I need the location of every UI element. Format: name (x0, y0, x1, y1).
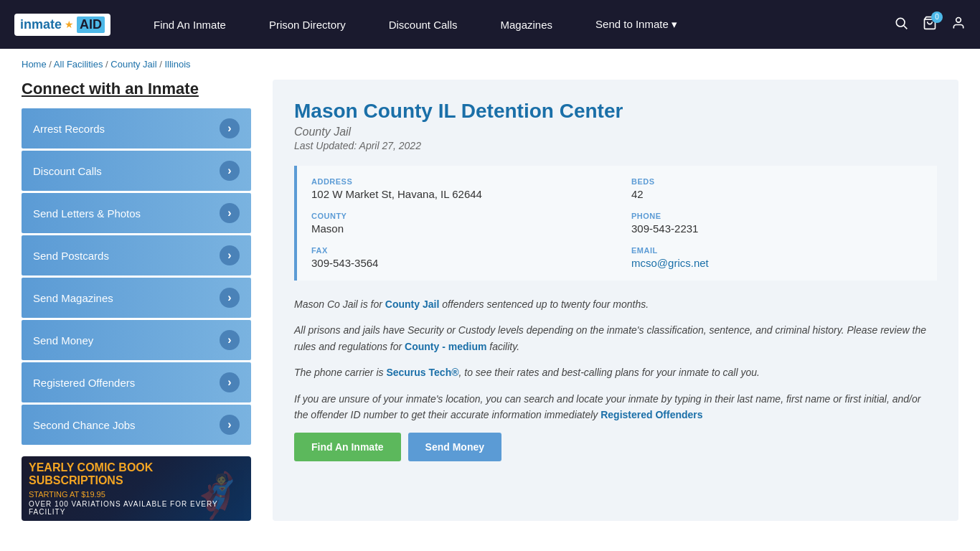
ad-subtitle: OVER 100 VARIATIONS AVAILABLE FOR EVERY … (29, 500, 244, 516)
desc-paragraph-3: The phone carrier is Securus Tech®, to s… (294, 364, 937, 380)
breadcrumb-all-facilities[interactable]: All Facilities (54, 59, 103, 70)
sidebar-arrow-icon: › (220, 245, 240, 265)
logo-star-icon: ★ (65, 19, 74, 30)
sidebar-arrow-icon: › (220, 203, 240, 223)
desc1-post: offenders sentenced up to twenty four mo… (439, 298, 649, 310)
desc3-pre: The phone carrier is (294, 367, 386, 378)
email-label: EMAIL (631, 246, 923, 255)
breadcrumb: Home / All Facilities / County Jail / Il… (0, 49, 980, 80)
county-jail-link[interactable]: County Jail (385, 298, 439, 310)
desc3-post: , to see their rates and best-calling pl… (459, 367, 760, 378)
sidebar-item-label: Send Postcards (33, 250, 109, 262)
sidebar-item-label: Second Chance Jobs (33, 419, 136, 431)
breadcrumb-state[interactable]: Illinois (164, 59, 190, 70)
nav-links: Find An Inmate Prison Directory Discount… (132, 0, 894, 49)
logo-inmate-text: inmate (20, 17, 62, 32)
ad-title-line1: YEARLY COMIC BOOK (29, 461, 244, 474)
logo[interactable]: inmate ★ AID (14, 14, 110, 36)
facility-content: Mason County IL Detention Center County … (273, 80, 958, 521)
sidebar-item-label: Arrest Records (33, 123, 105, 135)
phone-label: PHONE (631, 212, 923, 220)
sidebar-menu: Arrest Records › Discount Calls › Send L… (22, 108, 251, 445)
county-value: Mason (311, 222, 603, 235)
nav-send-to-inmate[interactable]: Send to Inmate ▾ (574, 0, 699, 49)
email-link[interactable]: mcso@grics.net (631, 257, 709, 269)
ad-title-line2: SUBSCRIPTIONS (29, 474, 244, 487)
sidebar-item-second-chance-jobs[interactable]: Second Chance Jobs › (22, 405, 251, 445)
find-inmate-button[interactable]: Find An Inmate (294, 433, 401, 461)
send-money-button[interactable]: Send Money (408, 433, 501, 461)
sidebar-arrow-icon: › (220, 118, 240, 138)
desc2-post: facility. (486, 341, 519, 352)
sidebar-item-label: Discount Calls (33, 165, 102, 177)
sidebar-item-discount-calls[interactable]: Discount Calls › (22, 151, 251, 191)
sidebar: Connect with an Inmate Arrest Records › … (22, 80, 251, 521)
ad-price: STARTING AT $19.95 (29, 490, 244, 499)
bottom-buttons: Find An Inmate Send Money (294, 433, 937, 461)
sidebar-item-send-magazines[interactable]: Send Magazines › (22, 278, 251, 318)
desc-paragraph-2: All prisons and jails have Security or C… (294, 322, 937, 354)
email-block: EMAIL mcso@grics.net (631, 246, 923, 269)
user-button[interactable] (951, 16, 966, 34)
fax-label: FAX (311, 246, 603, 255)
nav-icons: 0 (894, 16, 966, 34)
fax-value: 309-543-3564 (311, 257, 603, 269)
desc2-pre: All prisons and jails have Security or C… (294, 324, 926, 352)
sidebar-item-send-postcards[interactable]: Send Postcards › (22, 235, 251, 276)
sidebar-item-label: Registered Offenders (33, 377, 135, 389)
breadcrumb-home[interactable]: Home (22, 59, 47, 70)
info-grid: ADDRESS 102 W Market St, Havana, IL 6264… (294, 166, 937, 281)
logo-aid-text: AID (77, 17, 105, 33)
desc1-pre: Mason Co Jail is for (294, 298, 385, 310)
sidebar-item-registered-offenders[interactable]: Registered Offenders › (22, 362, 251, 402)
nav-find-inmate[interactable]: Find An Inmate (132, 0, 248, 49)
county-block: COUNTY Mason (311, 212, 603, 235)
desc-paragraph-4: If you are unsure of your inmate's locat… (294, 391, 937, 423)
facility-title: Mason County IL Detention Center (294, 100, 937, 123)
address-value: 102 W Market St, Havana, IL 62644 (311, 188, 603, 200)
cart-badge: 0 (931, 11, 943, 23)
county-medium-link[interactable]: County - medium (405, 341, 486, 352)
svg-point-3 (956, 17, 961, 22)
sidebar-arrow-icon: › (220, 330, 240, 350)
sidebar-title: Connect with an Inmate (22, 80, 251, 98)
svg-point-0 (896, 18, 905, 27)
sidebar-item-arrest-records[interactable]: Arrest Records › (22, 108, 251, 149)
address-block: ADDRESS 102 W Market St, Havana, IL 6264… (311, 177, 603, 200)
registered-offenders-link[interactable]: Registered Offenders (600, 409, 702, 420)
sidebar-item-send-letters[interactable]: Send Letters & Photos › (22, 193, 251, 233)
main-layout: Connect with an Inmate Arrest Records › … (0, 80, 980, 542)
search-button[interactable] (894, 16, 908, 34)
breadcrumb-county-jail[interactable]: County Jail (110, 59, 156, 70)
county-label: COUNTY (311, 212, 603, 220)
facility-last-updated: Last Updated: April 27, 2022 (294, 140, 937, 151)
ad-text: YEARLY COMIC BOOK SUBSCRIPTIONS STARTING… (29, 461, 244, 515)
sidebar-arrow-icon: › (220, 161, 240, 181)
sidebar-item-send-money[interactable]: Send Money › (22, 320, 251, 360)
beds-block: BEDS 42 (631, 177, 923, 200)
sidebar-item-label: Send Money (33, 334, 93, 347)
address-label: ADDRESS (311, 177, 603, 186)
svg-line-1 (904, 25, 908, 29)
sidebar-arrow-icon: › (220, 415, 240, 435)
fax-block: FAX 309-543-3564 (311, 246, 603, 269)
phone-block: PHONE 309-543-2231 (631, 212, 923, 235)
navbar: inmate ★ AID Find An Inmate Prison Direc… (0, 0, 980, 49)
sidebar-arrow-icon: › (220, 372, 240, 392)
nav-magazines[interactable]: Magazines (479, 0, 575, 49)
sidebar-arrow-icon: › (220, 288, 240, 308)
phone-value: 309-543-2231 (631, 222, 923, 235)
sidebar-item-label: Send Letters & Photos (33, 207, 141, 220)
securus-link[interactable]: Securus Tech® (386, 367, 458, 378)
beds-label: BEDS (631, 177, 923, 186)
nav-prison-directory[interactable]: Prison Directory (248, 0, 367, 49)
cart-button[interactable]: 0 (923, 16, 937, 34)
sidebar-item-label: Send Magazines (33, 292, 113, 304)
nav-discount-calls[interactable]: Discount Calls (367, 0, 479, 49)
ad-banner[interactable]: 🦸 YEARLY COMIC BOOK SUBSCRIPTIONS STARTI… (22, 456, 251, 521)
description-section: Mason Co Jail is for County Jail offende… (294, 296, 937, 423)
beds-value: 42 (631, 188, 923, 200)
desc-paragraph-1: Mason Co Jail is for County Jail offende… (294, 296, 937, 312)
email-value: mcso@grics.net (631, 257, 923, 269)
facility-type: County Jail (294, 126, 937, 138)
